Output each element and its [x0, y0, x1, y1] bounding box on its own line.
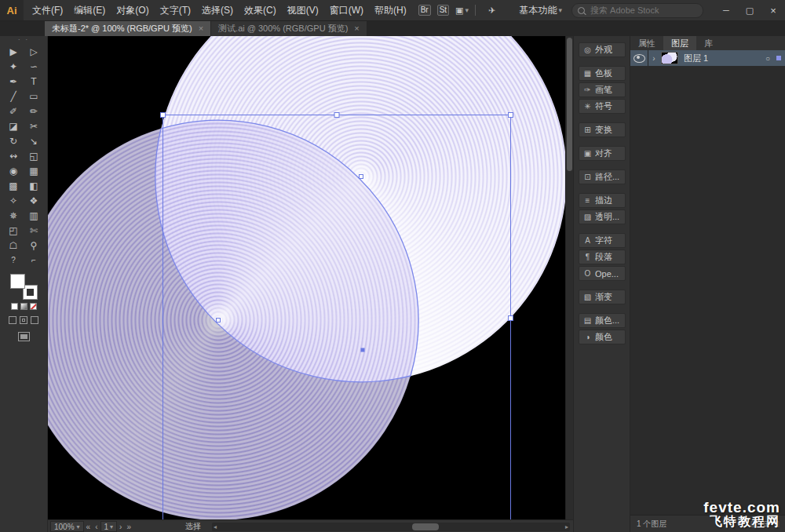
gpu-performance-icon[interactable]: ✈	[488, 5, 495, 16]
horizontal-scrollbar[interactable]: ◂ ▸	[212, 523, 570, 531]
mesh-tool[interactable]: ▩	[3, 178, 24, 193]
rectangle-tool[interactable]: ▭	[24, 89, 44, 104]
restore-button[interactable]: ▢	[738, 0, 761, 20]
free-transform-tool[interactable]: ◱	[24, 148, 44, 163]
width-tool[interactable]: ↭	[3, 148, 24, 163]
menu-select[interactable]: 选择(S)	[196, 0, 239, 20]
previous-artboard-button[interactable]: ‹	[93, 523, 100, 531]
symbol-sprayer-tool[interactable]: ✵	[3, 208, 24, 223]
workspace-switcher[interactable]: 基本功能 ▾	[519, 4, 562, 17]
column-graph-tool[interactable]: ▥	[24, 208, 44, 223]
menu-effect[interactable]: 效果(C)	[239, 0, 282, 20]
panel-button-align[interactable]: ▣ 对齐	[579, 146, 626, 161]
line-segment-tool[interactable]: ╱	[3, 89, 24, 104]
panel-button-symbols[interactable]: ✳ 符号	[579, 99, 626, 114]
lasso-tool[interactable]: ∽	[24, 59, 44, 74]
draw-normal-mode-icon[interactable]	[9, 316, 16, 324]
panel-button-swatches[interactable]: ▦ 色板	[579, 66, 626, 81]
document-tab-active[interactable]: 未标题-2* @ 100% (RGB/GPU 预览) ×	[45, 20, 210, 36]
close-icon[interactable]: ×	[199, 24, 203, 33]
layer-row[interactable]: › 图层 1 ○	[630, 50, 785, 66]
panel-button-opentype[interactable]: O Ope...	[579, 266, 626, 281]
blend-tool[interactable]: ❖	[24, 193, 44, 208]
screen-mode-button[interactable]	[18, 332, 30, 341]
pencil-tool[interactable]: ✏	[24, 104, 44, 118]
scale-tool[interactable]: ↘	[24, 133, 44, 148]
menu-help[interactable]: 帮助(H)	[369, 0, 412, 20]
menu-object[interactable]: 对象(O)	[111, 0, 154, 20]
panel-button-transform[interactable]: ⊞ 变换	[579, 122, 626, 137]
layer-thumbnail[interactable]	[661, 52, 678, 64]
horizontal-scrollbar-thumb[interactable]	[412, 523, 439, 530]
bridge-icon[interactable]: Br	[418, 5, 431, 16]
toolbar-corner-icon[interactable]: ⌐	[24, 253, 44, 268]
document-tab-inactive[interactable]: 测试.ai @ 300% (RGB/GPU 预览) ×	[210, 20, 367, 36]
close-icon[interactable]: ×	[354, 24, 359, 33]
eraser-tool[interactable]: ◪	[3, 118, 24, 133]
shape-builder-tool[interactable]: ◉	[3, 163, 24, 178]
visibility-cell[interactable]	[630, 50, 648, 66]
scroll-right-icon[interactable]: ▸	[564, 523, 570, 530]
panel-button-brushes[interactable]: ✑ 画笔	[579, 82, 626, 97]
artboard-navigation-select[interactable]: 1 ▾	[100, 521, 118, 532]
arrange-documents-icon[interactable]: ▣	[455, 5, 463, 16]
selection-tool[interactable]: ▶	[3, 44, 24, 59]
gradient-tool[interactable]: ◧	[24, 178, 44, 193]
zoom-level-select[interactable]: 100% ▾	[50, 521, 84, 532]
draw-behind-mode-icon[interactable]	[20, 316, 27, 324]
direct-selection-tool[interactable]: ▷	[24, 44, 44, 59]
next-artboard-button[interactable]: ›	[117, 523, 124, 531]
vertical-scrollbar-thumb[interactable]	[567, 38, 572, 171]
panel-button-color-guide[interactable]: ▤ 颜色...	[579, 313, 626, 328]
minimize-button[interactable]: ─	[714, 0, 738, 20]
canvas[interactable]	[47, 36, 573, 519]
slice-tool[interactable]: ✄	[24, 223, 44, 238]
menu-file[interactable]: 文件(F)	[27, 0, 68, 20]
search-input[interactable]	[589, 5, 686, 16]
fill-stroke-indicator[interactable]	[10, 274, 37, 299]
eyedropper-tool[interactable]: ✧	[3, 193, 24, 208]
zoom-tool[interactable]: ⚲	[24, 238, 44, 253]
pen-tool[interactable]: ✒	[3, 74, 24, 89]
chevron-right-icon[interactable]: ›	[648, 54, 659, 63]
help-tool-icon[interactable]: ?	[3, 253, 24, 268]
close-button[interactable]: ×	[761, 0, 785, 20]
menu-edit[interactable]: 编辑(E)	[68, 0, 111, 20]
menu-view[interactable]: 视图(V)	[282, 0, 324, 20]
tab-properties[interactable]: 属性	[630, 36, 663, 50]
last-artboard-button[interactable]: »	[124, 523, 133, 531]
draw-inside-mode-icon[interactable]	[31, 316, 38, 324]
menu-window[interactable]: 窗口(W)	[324, 0, 369, 20]
stroke-swatch[interactable]	[24, 286, 37, 299]
scroll-left-icon[interactable]: ◂	[212, 523, 218, 530]
panel-button-character[interactable]: A 字符	[579, 233, 626, 248]
tab-libraries[interactable]: 库	[696, 36, 721, 50]
panel-button-color[interactable]: ◑ 颜色	[579, 330, 626, 344]
stock-icon[interactable]: St	[437, 5, 449, 16]
chevron-down-icon[interactable]: ▾	[466, 6, 469, 14]
layer-name[interactable]: 图层 1	[684, 53, 765, 64]
stock-search-box[interactable]	[571, 3, 703, 18]
none-fill-icon[interactable]	[30, 303, 37, 310]
magic-wand-tool[interactable]: ✦	[3, 59, 24, 74]
eye-icon[interactable]	[633, 54, 645, 63]
panel-button-appearance[interactable]: ◎ 外观	[579, 42, 626, 57]
tab-layers[interactable]: 图层	[663, 36, 696, 50]
type-tool[interactable]: T	[24, 74, 44, 89]
fill-swatch[interactable]	[10, 274, 25, 289]
gradient-fill-icon[interactable]	[20, 303, 27, 310]
menu-type[interactable]: 文字(T)	[155, 0, 196, 20]
color-fill-icon[interactable]	[11, 303, 18, 310]
panel-button-paragraph[interactable]: ¶ 段落	[579, 250, 626, 264]
first-artboard-button[interactable]: «	[84, 523, 93, 531]
panel-button-stroke[interactable]: ≡ 描边	[579, 193, 626, 208]
hand-tool[interactable]: ☖	[3, 238, 24, 253]
scissors-tool[interactable]: ✂	[24, 118, 44, 133]
vertical-scrollbar[interactable]	[565, 36, 573, 519]
panel-button-gradient[interactable]: ▧ 渐变	[579, 290, 626, 304]
panel-button-pathfinder[interactable]: ⊡ 路径...	[579, 169, 626, 184]
perspective-grid-tool[interactable]: ▦	[24, 163, 44, 178]
panel-button-transparency[interactable]: ▨ 透明...	[579, 210, 626, 224]
panel-grip[interactable]: · ·	[0, 36, 47, 42]
target-icon[interactable]: ○	[765, 54, 770, 63]
